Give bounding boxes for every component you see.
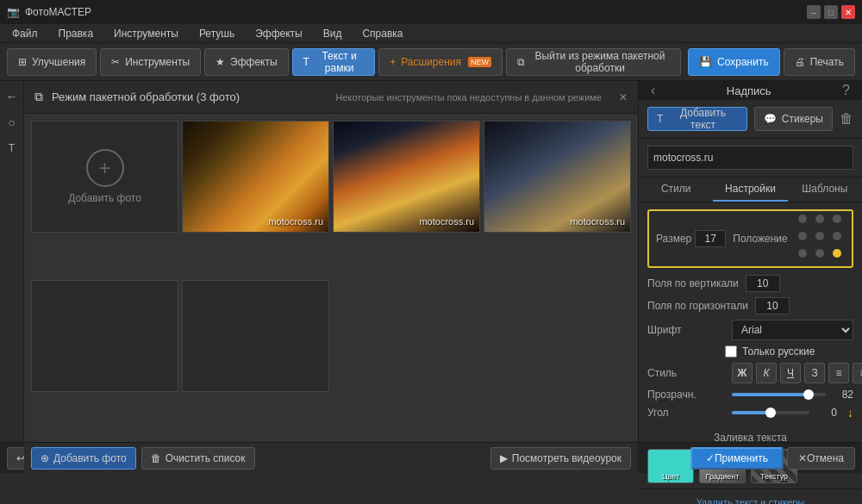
toolbar-batch-exit[interactable]: ⧉ Выйти из режима пакетной обработки [506, 48, 681, 76]
sidebar-text[interactable]: T [2, 138, 22, 159]
pos-ml[interactable] [798, 232, 807, 240]
minimize-button[interactable]: – [807, 5, 821, 19]
photo-cell-2[interactable]: motocross.ru [333, 121, 480, 233]
sidebar-shape[interactable]: ○ [2, 112, 22, 133]
style-underline[interactable]: Ч [780, 363, 801, 383]
add-photo-button[interactable]: ⊕ Добавить фото [31, 447, 136, 470]
watch-tutorial-button[interactable]: ▶ Посмотреть видеоурок [490, 447, 631, 470]
opacity-slider[interactable] [732, 393, 826, 396]
close-button[interactable]: ✕ [841, 5, 855, 19]
position-grid [798, 215, 846, 263]
angle-value: 0 [816, 407, 837, 419]
style-bold[interactable]: Ж [732, 363, 753, 383]
pos-tr[interactable] [833, 215, 841, 223]
add-text-button[interactable]: T Добавить текст [647, 107, 747, 131]
watermark-2: motocross.ru [419, 216, 474, 227]
position-label: Положение [733, 233, 787, 245]
pos-bc[interactable] [815, 249, 824, 258]
batch-icon: ⧉ [34, 90, 43, 104]
watermark-3: motocross.ru [570, 216, 625, 227]
style-strikethrough[interactable]: З [804, 363, 825, 383]
toolbar-extensions[interactable]: + Расширения NEW [378, 48, 503, 76]
sticker-icon: 💬 [764, 113, 777, 125]
app-title: 📷 ФотоМАСТЕР [7, 6, 91, 18]
panel-actions: T Добавить текст 💬 Стикеры 🗑 [639, 100, 862, 139]
menu-retouch[interactable]: Ретушь [194, 26, 240, 41]
right-panel-header: ‹ Надпись ? [639, 81, 862, 100]
menu-help[interactable]: Справка [357, 26, 408, 41]
pos-mc[interactable] [815, 232, 824, 240]
main-area: ← ○ T ⧉ Режим пакетной обработки (3 фото… [0, 81, 862, 442]
margin-v-label: Поля по вертикали [647, 277, 739, 289]
content-area: ⧉ Режим пакетной обработки (3 фото) Неко… [24, 81, 638, 442]
delete-text-link[interactable]: Удалить текст и стикеры [696, 497, 805, 504]
menu-view[interactable]: Вид [318, 26, 347, 41]
tab-styles[interactable]: Стили [639, 177, 713, 202]
check-icon: ✓ [706, 452, 715, 464]
align-center[interactable]: ≡ [853, 363, 862, 383]
toolbar-text[interactable]: T Текст и рамки [292, 48, 376, 76]
pos-bl[interactable] [798, 249, 807, 258]
save-icon: 💾 [699, 56, 712, 68]
menu-tools[interactable]: Инструменты [109, 26, 184, 41]
clear-list-button[interactable]: 🗑 Очистить список [141, 447, 255, 470]
panel-title: Надпись [727, 84, 771, 97]
instruments-icon: ✂ [111, 56, 120, 68]
save-button[interactable]: 💾 Сохранить [688, 48, 780, 76]
photo-cell-empty1 [31, 280, 178, 392]
sidebar-back[interactable]: ← [2, 86, 22, 107]
size-input[interactable] [695, 230, 726, 247]
pos-tc[interactable] [815, 215, 824, 223]
angle-slider[interactable] [732, 411, 809, 414]
toolbar-enhancements[interactable]: ⊞ Улучшения [7, 48, 97, 76]
menu-edit[interactable]: Правка [53, 26, 99, 41]
batch-title: Режим пакетной обработки (3 фото) [52, 90, 240, 103]
panel-back-button[interactable]: ‹ [647, 81, 659, 100]
apply-button[interactable]: ✓ Применить [690, 447, 784, 470]
angle-row: Угол 0 ↓ [647, 406, 853, 420]
text-add-icon: T [657, 113, 663, 125]
font-select[interactable]: Arial [732, 320, 853, 340]
opacity-value: 82 [833, 389, 853, 401]
margin-h-input[interactable] [755, 297, 790, 314]
cancel-button[interactable]: ✕ Отмена [787, 447, 855, 470]
photo-cell-3[interactable]: motocross.ru [484, 121, 631, 233]
opacity-row: Прозрачн. 82 [647, 389, 853, 401]
settings-section: Размер Положение П [639, 202, 862, 426]
stickers-button[interactable]: 💬 Стикеры [754, 107, 833, 131]
print-button[interactable]: 🖨 Печать [784, 48, 855, 76]
x-icon: ✕ [798, 452, 807, 464]
toolbar-effects[interactable]: ★ Эффекты [204, 48, 289, 76]
delete-button[interactable]: 🗑 [840, 111, 853, 127]
menu-effects[interactable]: Эффекты [250, 26, 308, 41]
align-left[interactable]: ≡ [828, 363, 849, 383]
main-toolbar: ⊞ Улучшения ✂ Инструменты ★ Эффекты T Те… [0, 43, 862, 81]
size-label: Размер [656, 233, 691, 245]
pos-br[interactable] [833, 249, 841, 258]
bottom-toolbar: ⊕ Добавить фото 🗑 Очистить список ▶ Посм… [24, 442, 638, 473]
style-italic[interactable]: К [756, 363, 777, 383]
fill-color[interactable]: Цвет [647, 449, 694, 483]
app-icon: 📷 [7, 6, 20, 18]
panel-help-button[interactable]: ? [839, 81, 853, 100]
batch-header: ⧉ Режим пакетной обработки (3 фото) Неко… [24, 81, 638, 114]
angle-arrow: ↓ [847, 406, 853, 420]
only-russian-checkbox[interactable] [725, 345, 737, 358]
add-photo-cell[interactable]: + Добавить фото [31, 121, 178, 233]
menu-file[interactable]: Файл [7, 26, 43, 41]
tab-settings[interactable]: Настройки [713, 177, 787, 202]
left-sidebar: ← ○ T [0, 81, 24, 442]
trash-icon: 🗑 [151, 452, 161, 464]
photo-cell-1[interactable]: motocross.ru [182, 121, 329, 233]
toolbar-instruments[interactable]: ✂ Инструменты [100, 48, 201, 76]
pos-tl[interactable] [798, 215, 807, 223]
margin-v-row: Поля по вертикали [647, 275, 853, 292]
tab-templates[interactable]: Шаблоны [788, 177, 862, 202]
style-buttons: Ж К Ч З ≡ ≡ ≡ ≡ [732, 363, 862, 383]
maximize-button[interactable]: □ [824, 5, 838, 19]
margin-v-input[interactable] [746, 275, 780, 292]
enhancements-icon: ⊞ [18, 56, 27, 68]
text-input-field[interactable] [647, 146, 853, 170]
batch-close[interactable]: ✕ [619, 91, 628, 103]
pos-mr[interactable] [833, 232, 841, 240]
